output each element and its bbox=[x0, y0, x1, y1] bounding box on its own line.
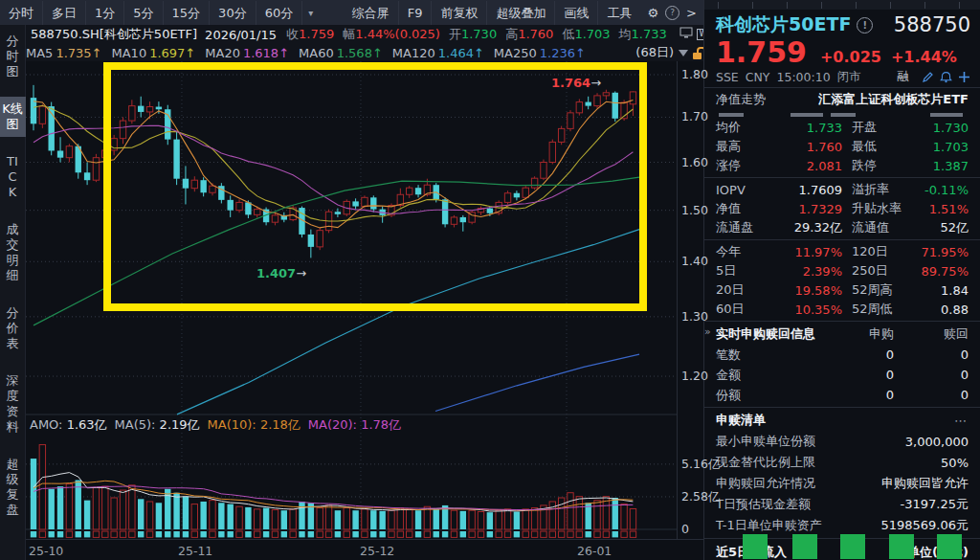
period-tab-5分[interactable]: 5分 bbox=[124, 1, 163, 25]
tool-button-综合屏[interactable]: 综合屏 bbox=[344, 1, 399, 25]
strip-square-up bbox=[325, 531, 331, 537]
strip-square-down bbox=[460, 531, 466, 537]
period-tab-15分[interactable]: 15分 bbox=[164, 1, 211, 25]
sidebar-item-超级复盘[interactable]: 超级复盘 bbox=[5, 452, 20, 523]
ma-item-MA120: MA1201.464↑ bbox=[392, 46, 484, 60]
realtime-subscribe-value: 0 bbox=[817, 388, 894, 402]
tool-button-F9[interactable]: F9 bbox=[399, 1, 433, 25]
quote-field: 低1.703 bbox=[562, 26, 610, 43]
sidebar-item-深度资料[interactable]: 深度资料 bbox=[5, 369, 20, 439]
amo-item: MA(20): 1.78亿 bbox=[308, 416, 401, 434]
period-dropdown-icon[interactable]: ▾ bbox=[302, 8, 319, 18]
volume-bar-up bbox=[451, 510, 457, 529]
sidebar-item-分价表[interactable]: 分价表 bbox=[5, 301, 20, 356]
gear-icon[interactable]: ⚙ bbox=[640, 6, 665, 20]
fund-label: T-1日单位申赎资产 bbox=[716, 517, 822, 534]
tool-button-前复权[interactable]: 前复权 bbox=[432, 1, 487, 25]
strip-square-down bbox=[299, 531, 304, 537]
amo-item: MA(5): 2.19亿 bbox=[115, 416, 200, 434]
sidebar-item-TICK[interactable]: TICK bbox=[5, 149, 20, 205]
volume-bar-up bbox=[102, 486, 108, 529]
tool-button-画线[interactable]: 画线 bbox=[555, 1, 598, 25]
ma-value: 1.697↑ bbox=[149, 46, 195, 60]
period-tab-30分[interactable]: 30分 bbox=[210, 1, 256, 25]
chevron-down-icon[interactable] bbox=[679, 50, 688, 56]
collapse-icon[interactable]: » bbox=[704, 325, 711, 338]
panel-tab-strip[interactable] bbox=[704, 0, 980, 10]
volume-bar-up bbox=[496, 510, 501, 529]
candle-body-up bbox=[93, 158, 99, 181]
quote-field-value: 1.730 bbox=[461, 27, 497, 41]
instrument-code: 588750 bbox=[894, 13, 970, 36]
window-label[interactable]: (68日) bbox=[635, 44, 674, 61]
sidebar-item-分时图[interactable]: 分时图 bbox=[5, 29, 20, 84]
quote-value: 1.51% bbox=[917, 202, 969, 216]
volume-bar-down bbox=[31, 459, 36, 529]
strip-square-down bbox=[173, 531, 179, 537]
price-axis-label: 1.40 bbox=[681, 254, 708, 268]
more-icon[interactable]: ⋯ bbox=[954, 414, 969, 428]
period-tab-分时[interactable]: 分时 bbox=[0, 1, 43, 25]
ma-item-MA5: MA51.735↑ bbox=[26, 46, 102, 60]
pencil-icon[interactable] bbox=[922, 71, 934, 83]
quote-value: 1.760 bbox=[775, 140, 842, 154]
ma-bar-right: (68日) bbox=[635, 44, 703, 61]
quote-field-label: 幅 bbox=[343, 27, 355, 41]
volume-bar-up bbox=[576, 497, 582, 529]
monitor-icon[interactable] bbox=[679, 27, 693, 42]
tool-button-超级叠加[interactable]: 超级叠加 bbox=[487, 1, 555, 25]
strip-square-up bbox=[621, 531, 627, 537]
date-label: 2026/01/15 bbox=[205, 28, 277, 42]
strip-square-up bbox=[424, 531, 430, 537]
amo-item: MA(10): 2.18亿 bbox=[208, 416, 301, 434]
inflow-bar bbox=[937, 534, 962, 559]
volume-bar-up bbox=[568, 493, 573, 529]
fund-value: 申购赎回皆允许 bbox=[881, 475, 969, 492]
market-status-row: SSE CNY 15:00:10 闭市 融 bbox=[704, 68, 980, 88]
margin-flag: 融 bbox=[898, 69, 910, 85]
volume-bar-down bbox=[299, 502, 304, 529]
volume-bar-up bbox=[236, 506, 242, 529]
strip-square-up bbox=[236, 531, 242, 537]
volume-bar-down bbox=[281, 510, 287, 529]
strip-square-down bbox=[228, 531, 234, 537]
sidebar-item-成交明细[interactable]: 成交明细 bbox=[5, 217, 20, 288]
quote-field-value: 1.44%(0.025) bbox=[355, 27, 440, 41]
subscribe-col-header: 申购 bbox=[817, 325, 894, 343]
volume-bar-up bbox=[120, 490, 125, 529]
help-icon[interactable]: ? bbox=[665, 6, 679, 20]
tab-divider bbox=[752, 2, 753, 9]
strip-square-up bbox=[210, 531, 215, 537]
strip-square-up bbox=[504, 531, 510, 537]
volume-bar-down bbox=[49, 489, 55, 529]
period-tab-多日[interactable]: 多日 bbox=[43, 1, 86, 25]
period-tab-1分[interactable]: 1分 bbox=[86, 1, 124, 25]
exchange-label: SSE bbox=[716, 70, 739, 84]
quote-value: 11.97% bbox=[775, 245, 842, 259]
quote-row: 60日10.35%52周低0.88 bbox=[704, 300, 980, 319]
strip-square-down bbox=[352, 531, 358, 537]
price-axis-divider bbox=[677, 61, 678, 539]
bell-icon[interactable] bbox=[940, 71, 952, 83]
market-status-label: 闭市 bbox=[837, 69, 861, 85]
more-chevron-icon[interactable]: > bbox=[679, 6, 703, 20]
nav-trend-row[interactable]: 净值走势 汇添富上证科创板芯片ETF bbox=[704, 88, 980, 111]
strip-square-down bbox=[434, 531, 439, 537]
volume-bar-up bbox=[549, 502, 555, 529]
tool-button-工具[interactable]: 工具 bbox=[598, 1, 640, 25]
quote-label: 120日 bbox=[842, 243, 917, 260]
volume-bar-up bbox=[66, 483, 72, 529]
tab-divider bbox=[718, 2, 719, 9]
add-icon[interactable] bbox=[958, 71, 970, 83]
volume-bar-up bbox=[558, 498, 564, 529]
unlock-icon[interactable] bbox=[693, 47, 703, 59]
fund-label: 申购赎回允许情况 bbox=[716, 475, 815, 492]
period-tab-60分[interactable]: 60分 bbox=[256, 1, 303, 25]
period-tabs: 分时多日1分5分15分30分60分 bbox=[0, 1, 302, 25]
candle-body-up bbox=[66, 146, 72, 158]
sidebar-item-K线图[interactable]: K线图 bbox=[0, 97, 26, 137]
quote-label: 均价 bbox=[716, 119, 775, 136]
quote-field: 幅1.44%(0.025) bbox=[343, 26, 440, 43]
info-icon[interactable]: ! bbox=[857, 17, 873, 34]
candle-body-up bbox=[39, 106, 45, 123]
